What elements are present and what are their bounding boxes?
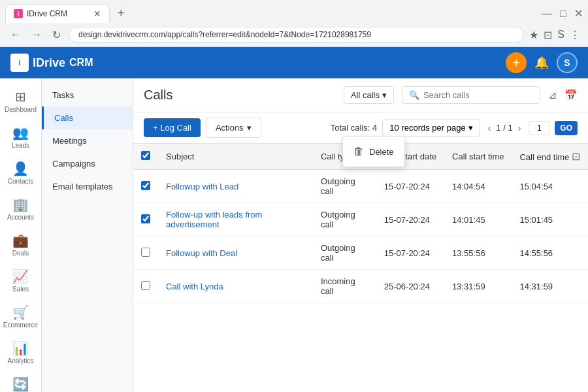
calendar-icon[interactable]: 📅 (564, 89, 578, 101)
delete-icon: 🗑 (353, 146, 364, 157)
delete-item[interactable]: 🗑 Delete (343, 139, 404, 164)
sidebar-label-contacts: Contacts (8, 178, 33, 185)
delete-label: Delete (369, 147, 394, 157)
row-call-start-time: 14:04:54 (444, 170, 512, 203)
row-checkbox-cell[interactable] (133, 237, 158, 270)
row-checkbox[interactable] (141, 281, 150, 290)
tab-close-icon[interactable]: ✕ (93, 8, 101, 19)
table-body: Followup with Lead Outgoing call 15-07-2… (133, 170, 588, 303)
bookmarks-icon[interactable]: ★ (529, 29, 538, 41)
row-call-end-time: 14:55:56 (512, 237, 588, 270)
records-per-page-selector[interactable]: 10 records per page ▾ (382, 119, 480, 137)
row-checkbox-cell[interactable] (133, 203, 158, 237)
contacts-icon: 👤 (12, 161, 29, 176)
close-button[interactable]: ✕ (574, 7, 583, 20)
search-box[interactable]: 🔍 (402, 86, 540, 104)
pagination: ‹ 1 / 1 › (485, 122, 524, 135)
tab-favicon: i (14, 9, 23, 18)
table-row: Followup with Lead Outgoing call 15-07-2… (133, 170, 588, 203)
profile-icon[interactable]: S (557, 29, 564, 41)
pagination-current: 1 / 1 (496, 123, 512, 133)
table-container: Subject Call type Call start date Call s… (133, 144, 588, 392)
left-nav: Tasks Calls Meetings Campaigns Email tem… (42, 78, 133, 392)
nav-item-email-templates[interactable]: Email templates (42, 175, 133, 198)
subject-link[interactable]: Followup with Lead (166, 182, 238, 191)
accounts-icon: 🏢 (12, 197, 29, 212)
sidebar-label-leads: Leads (12, 142, 29, 149)
column-settings-icon[interactable]: ⊡ (572, 151, 580, 162)
column-header-subject: Subject (158, 144, 313, 170)
forward-button[interactable]: → (29, 27, 44, 42)
sidebar-item-data-migration[interactable]: 🔄 Data Migration (0, 371, 41, 392)
actions-button[interactable]: Actions ▾ (206, 118, 261, 138)
page-number-input[interactable] (529, 121, 549, 135)
ecommerce-icon: 🛒 (12, 304, 29, 320)
nav-item-calls[interactable]: Calls (42, 106, 133, 129)
refresh-button[interactable]: ↻ (50, 27, 63, 42)
nav-item-tasks[interactable]: Tasks (42, 84, 133, 106)
row-call-start-time: 13:31:59 (444, 270, 512, 303)
sidebar-label-ecommerce: Ecommerce (3, 321, 38, 329)
table-row: Follow-up with leads from advertisement … (133, 203, 588, 237)
sidebar-item-ecommerce[interactable]: 🛒 Ecommerce (0, 299, 41, 334)
sidebar-item-leads[interactable]: 👥 Leads (0, 120, 41, 154)
go-button[interactable]: GO (555, 121, 578, 135)
back-button[interactable]: ← (8, 27, 24, 42)
row-checkbox[interactable] (141, 214, 150, 223)
browser-addressbar: ← → ↻ design.devidrivecrm.com/app/calls?… (0, 23, 588, 46)
nav-item-campaigns[interactable]: Campaigns (42, 152, 133, 175)
row-checkbox[interactable] (141, 181, 150, 190)
table-row: Call with Lynda Incoming call 25-06-20:2… (133, 270, 588, 303)
row-checkbox-cell[interactable] (133, 170, 158, 203)
window-controls: — □ ✕ (539, 7, 583, 20)
search-input[interactable] (423, 90, 533, 100)
sidebar-item-deals[interactable]: 💼 Deals (0, 227, 41, 262)
row-call-start-date: 25-06-20:24 (376, 270, 444, 303)
actions-chevron-icon: ▾ (247, 123, 252, 133)
select-all-checkbox[interactable] (141, 151, 150, 160)
toolbar: + Log Call 🗑 Delete Actions ▾ Total call… (133, 112, 588, 144)
pagination-next-button[interactable]: › (515, 122, 524, 135)
row-call-end-time: 14:31:59 (512, 270, 588, 303)
sidebar-item-accounts[interactable]: 🏢 Accounts (0, 191, 41, 226)
column-header-call-start-time: Call start time (444, 144, 512, 170)
sidebar-item-analytics[interactable]: 📊 Analytics (0, 335, 41, 370)
browser-titlebar: i IDrive CRM ✕ + — □ ✕ (0, 0, 588, 23)
data-migration-icon: 🔄 (12, 376, 29, 392)
sidebar-item-sales[interactable]: 📈 Sales (0, 263, 41, 298)
extensions-icon[interactable]: ⊡ (544, 29, 552, 41)
add-button[interactable]: + (506, 52, 527, 73)
logo-icon: i (10, 54, 29, 72)
maximize-button[interactable]: □ (560, 8, 566, 20)
user-avatar[interactable]: S (557, 52, 578, 73)
nav-item-meetings[interactable]: Meetings (42, 129, 133, 152)
row-call-end-time: 15:01:45 (512, 203, 588, 237)
row-subject: Call with Lynda (158, 270, 313, 303)
browser-toolbar: ★ ⊡ S ⋮ (529, 29, 580, 41)
subject-link[interactable]: Call with Lynda (166, 282, 223, 291)
new-tab-button[interactable]: + (112, 4, 130, 23)
app-logo: i IDrive CRM (10, 54, 93, 72)
subject-link[interactable]: Followup with Deal (166, 248, 237, 258)
row-checkbox[interactable] (141, 248, 150, 257)
minimize-button[interactable]: — (542, 8, 552, 20)
main-content: Calls All calls ▾ 🔍 ⊿ 📅 + Log Call 🗑 (133, 78, 588, 392)
row-checkbox-cell[interactable] (133, 270, 158, 303)
all-calls-filter[interactable]: All calls ▾ (344, 86, 394, 104)
notifications-button[interactable]: 🔔 (534, 56, 549, 70)
filter-icon[interactable]: ⊿ (548, 89, 557, 101)
log-call-button[interactable]: + Log Call (144, 118, 201, 137)
menu-icon[interactable]: ⋮ (570, 29, 580, 41)
row-subject: Followup with Deal (158, 237, 313, 270)
sidebar-item-contacts[interactable]: 👤 Contacts (0, 155, 41, 190)
subject-link[interactable]: Follow-up with leads from advertisement (166, 210, 262, 229)
sidebar-label-dashboard: Dashboard (5, 106, 37, 113)
header-actions: + 🔔 S (506, 52, 578, 73)
select-all-header[interactable] (133, 144, 158, 170)
sidebar-item-dashboard[interactable]: ⊞ Dashboard (0, 84, 41, 118)
pagination-prev-button[interactable]: ‹ (485, 122, 494, 135)
sidebar-label-accounts: Accounts (7, 214, 34, 221)
browser-tab[interactable]: i IDrive CRM ✕ (5, 4, 110, 23)
address-bar[interactable]: design.devidrivecrm.com/app/calls?referr… (69, 27, 524, 42)
tab-title: IDrive CRM (27, 9, 90, 18)
